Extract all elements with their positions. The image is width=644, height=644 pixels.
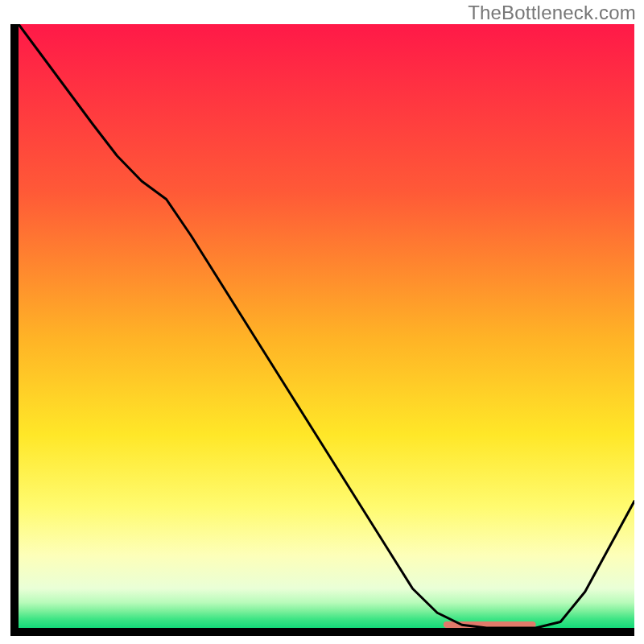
chart-svg (10, 24, 634, 636)
attribution-text: TheBottleneck.com (468, 2, 636, 24)
gradient-background (19, 24, 634, 628)
y-axis (10, 24, 19, 636)
chart-container: TheBottleneck.com (0, 0, 644, 644)
x-axis (10, 628, 634, 636)
plot-area (10, 24, 634, 636)
